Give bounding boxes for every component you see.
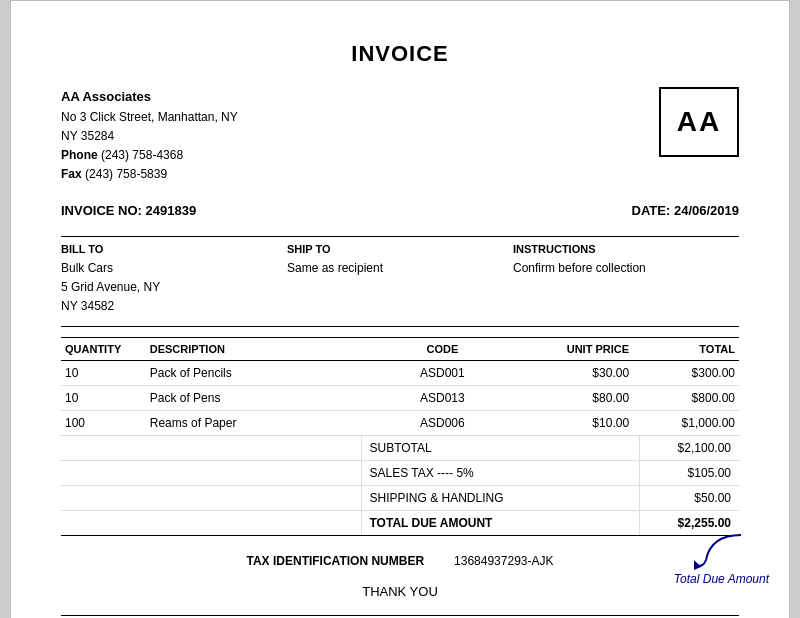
row-unit-price: $10.00	[506, 411, 633, 436]
summary-subtotal-row: SUBTOTAL $2,100.00	[61, 436, 739, 461]
thank-you: THANK YOU	[61, 584, 739, 599]
tax-value: $105.00	[639, 461, 739, 486]
invoice-title: INVOICE	[61, 41, 739, 67]
bill-to-label: BILL TO	[61, 243, 287, 255]
summary-shipping-row: SHIPPING & HANDLING $50.00	[61, 486, 739, 511]
th-description: DESCRIPTION	[146, 338, 379, 361]
annotation-arrow-icon	[691, 530, 751, 570]
divider-1	[61, 236, 739, 237]
footer-divider	[61, 615, 739, 616]
table-row: 100 Reams of Paper ASD006 $10.00 $1,000.…	[61, 411, 739, 436]
th-code: CODE	[379, 338, 506, 361]
summary-table: SUBTOTAL $2,100.00 SALES TAX ---- 5% $10…	[61, 436, 739, 536]
fax-value: (243) 758-5839	[85, 167, 167, 181]
divider-2	[61, 326, 739, 327]
row-description: Pack of Pens	[146, 386, 379, 411]
company-phone: Phone (243) 758-4368	[61, 146, 238, 165]
shipping-label: SHIPPING & HANDLING	[361, 486, 639, 511]
company-info: AA Associates No 3 Click Street, Manhatt…	[61, 87, 238, 185]
row-quantity: 10	[61, 386, 146, 411]
invoice-number: INVOICE NO: 2491839	[61, 203, 196, 218]
fax-label: Fax	[61, 167, 82, 181]
company-name: AA Associates	[61, 87, 238, 108]
row-total: $1,000.00	[633, 411, 739, 436]
company-fax: Fax (243) 758-5839	[61, 165, 238, 184]
invoice-page: INVOICE AA Associates No 3 Click Street,…	[10, 0, 790, 618]
row-unit-price: $80.00	[506, 386, 633, 411]
row-code: ASD006	[379, 411, 506, 436]
ship-to-value: Same as recipient	[287, 259, 513, 278]
company-address2: NY 35284	[61, 127, 238, 146]
total-due-label: TOTAL DUE AMOUNT	[361, 511, 639, 536]
address-section: BILL TO Bulk Cars 5 Grid Avenue, NYNY 34…	[61, 243, 739, 317]
header-section: AA Associates No 3 Click Street, Manhatt…	[61, 87, 739, 185]
tax-label: SALES TAX ---- 5%	[361, 461, 639, 486]
instructions-value: Confirm before collection	[513, 259, 739, 278]
row-code: ASD013	[379, 386, 506, 411]
summary-tax-row: SALES TAX ---- 5% $105.00	[61, 461, 739, 486]
th-unit-price: UNIT PRICE	[506, 338, 633, 361]
company-logo: AA	[659, 87, 739, 157]
row-total: $800.00	[633, 386, 739, 411]
tax-id-section: TAX IDENTIFICATION NUMBER 13684937293-AJ…	[61, 554, 739, 568]
invoice-meta: INVOICE NO: 2491839 DATE: 24/06/2019	[61, 203, 739, 218]
instructions-label: INSTRUCTIONS	[513, 243, 739, 255]
annotation: Total Due Amount	[674, 530, 769, 586]
table-row: 10 Pack of Pencils ASD001 $30.00 $300.00	[61, 361, 739, 386]
row-description: Pack of Pencils	[146, 361, 379, 386]
row-total: $300.00	[633, 361, 739, 386]
instructions-col: INSTRUCTIONS Confirm before collection	[513, 243, 739, 317]
tax-id-value: 13684937293-AJK	[454, 554, 553, 568]
invoice-date: DATE: 24/06/2019	[632, 203, 739, 218]
th-quantity: QUANTITY	[61, 338, 146, 361]
ship-to-col: SHIP TO Same as recipient	[287, 243, 513, 317]
ship-to-label: SHIP TO	[287, 243, 513, 255]
items-table: QUANTITY DESCRIPTION CODE UNIT PRICE TOT…	[61, 337, 739, 436]
row-description: Reams of Paper	[146, 411, 379, 436]
subtotal-value: $2,100.00	[639, 436, 739, 461]
row-unit-price: $30.00	[506, 361, 633, 386]
summary-total-row: TOTAL DUE AMOUNT $2,255.00	[61, 511, 739, 536]
bill-to-col: BILL TO Bulk Cars 5 Grid Avenue, NYNY 34…	[61, 243, 287, 317]
table-header-row: QUANTITY DESCRIPTION CODE UNIT PRICE TOT…	[61, 338, 739, 361]
th-total: TOTAL	[633, 338, 739, 361]
annotation-label: Total Due Amount	[674, 572, 769, 586]
row-quantity: 10	[61, 361, 146, 386]
subtotal-label: SUBTOTAL	[361, 436, 639, 461]
bill-to-name: Bulk Cars	[61, 259, 287, 278]
phone-value: (243) 758-4368	[101, 148, 183, 162]
row-quantity: 100	[61, 411, 146, 436]
row-code: ASD001	[379, 361, 506, 386]
tax-id-label: TAX IDENTIFICATION NUMBER	[247, 554, 425, 568]
shipping-value: $50.00	[639, 486, 739, 511]
phone-label: Phone	[61, 148, 98, 162]
bill-to-address: 5 Grid Avenue, NYNY 34582	[61, 278, 287, 316]
table-row: 10 Pack of Pens ASD013 $80.00 $800.00	[61, 386, 739, 411]
company-address1: No 3 Click Street, Manhattan, NY	[61, 108, 238, 127]
